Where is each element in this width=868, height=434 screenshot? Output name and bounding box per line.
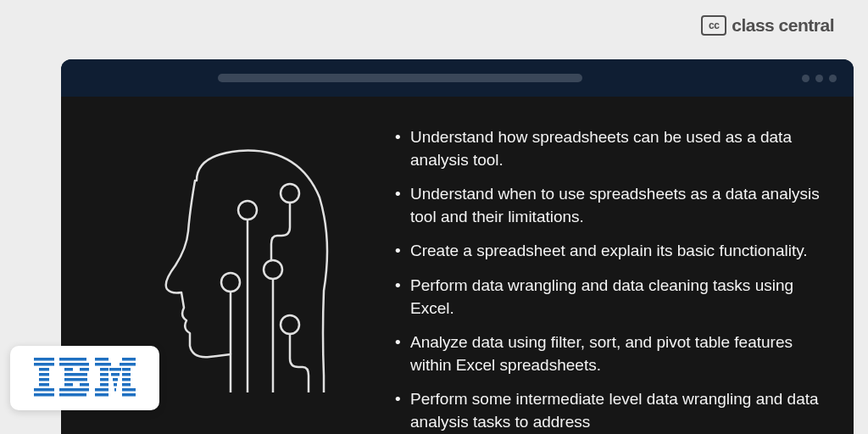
svg-rect-5 (34, 358, 54, 361)
svg-rect-33 (100, 378, 108, 381)
svg-rect-28 (109, 368, 121, 371)
svg-rect-19 (64, 383, 73, 387)
svg-rect-21 (59, 388, 89, 392)
provider-badge[interactable] (10, 346, 159, 410)
svg-rect-23 (95, 358, 108, 361)
svg-rect-34 (113, 378, 118, 381)
svg-rect-10 (39, 383, 49, 387)
svg-point-0 (238, 201, 257, 220)
svg-rect-27 (100, 368, 108, 371)
svg-rect-24 (122, 358, 136, 361)
cc-badge-icon: cc (701, 15, 726, 36)
bullet-item: Perform data wrangling and data cleaning… (392, 275, 820, 320)
svg-rect-37 (114, 383, 117, 387)
svg-rect-16 (80, 368, 89, 371)
svg-rect-6 (34, 363, 54, 366)
svg-rect-29 (122, 368, 131, 371)
class-central-logo[interactable]: cc class central (701, 15, 834, 36)
svg-point-3 (264, 260, 282, 279)
svg-rect-13 (59, 358, 86, 361)
bullet-item: Perform some intermediate level data wra… (392, 388, 820, 433)
svg-rect-39 (95, 388, 108, 392)
svg-rect-22 (59, 393, 86, 397)
svg-rect-18 (64, 378, 87, 381)
svg-rect-38 (122, 383, 131, 387)
svg-rect-7 (39, 368, 49, 371)
svg-rect-9 (39, 378, 49, 381)
svg-rect-26 (120, 363, 136, 366)
svg-point-1 (281, 184, 299, 203)
window-dot (802, 75, 810, 82)
svg-rect-31 (111, 373, 120, 376)
svg-rect-40 (114, 388, 116, 392)
svg-rect-30 (100, 373, 108, 376)
bullet-item: Understand how spreadsheets can be used … (392, 126, 820, 171)
svg-rect-36 (100, 383, 108, 387)
browser-mockup: Understand how spreadsheets can be used … (61, 59, 854, 434)
svg-rect-14 (59, 363, 89, 366)
learning-objectives: Understand how spreadsheets can be used … (383, 122, 820, 409)
svg-rect-20 (80, 383, 89, 387)
svg-rect-8 (39, 373, 49, 376)
window-controls (802, 75, 837, 82)
svg-rect-17 (64, 373, 87, 376)
window-dot (815, 75, 823, 82)
slide-content: Understand how spreadsheets can be used … (61, 97, 854, 434)
bullet-item: Create a spreadsheet and explain its bas… (392, 240, 820, 263)
svg-point-4 (281, 315, 299, 334)
cc-badge-text: cc (709, 19, 719, 31)
svg-rect-12 (34, 393, 54, 397)
svg-rect-25 (95, 363, 111, 366)
svg-rect-32 (122, 373, 131, 376)
window-dot (829, 75, 837, 82)
svg-rect-41 (122, 388, 136, 392)
ibm-logo-icon (34, 358, 136, 398)
bullet-item: Understand when to use spreadsheets as a… (392, 183, 820, 228)
svg-rect-43 (122, 393, 136, 397)
svg-point-2 (221, 273, 240, 292)
browser-top-bar (61, 59, 854, 97)
brand-name: class central (732, 15, 834, 36)
svg-rect-35 (122, 378, 131, 381)
bullet-item: Analyze data using filter, sort, and piv… (392, 331, 820, 376)
svg-rect-15 (64, 368, 73, 371)
svg-rect-42 (95, 393, 108, 397)
url-bar-placeholder (218, 74, 582, 82)
svg-rect-11 (34, 388, 54, 392)
